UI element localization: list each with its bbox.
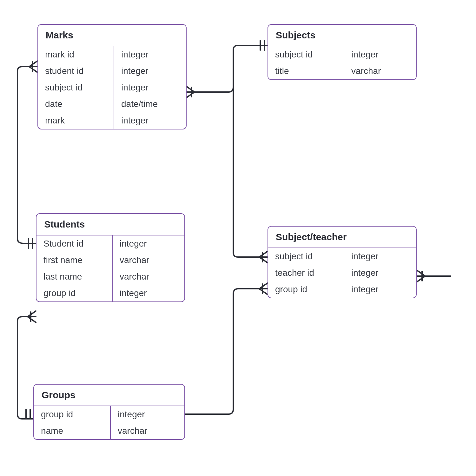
field-type: integer xyxy=(114,46,186,63)
entity-groups-body: group id name integer varchar xyxy=(34,406,184,439)
field-name: subject id xyxy=(268,46,344,63)
entity-subject-teacher-fields-names: subject id teacher id group id xyxy=(268,248,344,298)
field-type: varchar xyxy=(344,63,416,79)
field-name: name xyxy=(34,423,110,439)
entity-marks-fields-types: integer integer integer date/time intege… xyxy=(114,46,186,129)
field-name: Student id xyxy=(36,235,112,252)
entity-subject-teacher: Subject/teacher subject id teacher id gr… xyxy=(268,226,417,298)
entity-subjects-body: subject id title integer varchar xyxy=(268,46,416,79)
entity-students: Students Student id first name last name… xyxy=(36,213,185,302)
field-name: date xyxy=(38,96,114,112)
entity-marks: Marks mark id student id subject id date… xyxy=(37,24,187,129)
field-name: group id xyxy=(268,281,344,298)
entity-groups-fields-types: integer varchar xyxy=(111,406,184,439)
field-type: date/time xyxy=(114,96,186,112)
entity-subject-teacher-title: Subject/teacher xyxy=(268,227,416,248)
entity-groups-fields-names: group id name xyxy=(34,406,111,439)
entity-subjects-fields-names: subject id title xyxy=(268,46,344,79)
field-type: integer xyxy=(344,265,416,281)
field-type: integer xyxy=(111,406,184,423)
field-name: title xyxy=(268,63,344,79)
field-name: group id xyxy=(36,285,112,301)
field-type: integer xyxy=(114,63,186,79)
entity-marks-title: Marks xyxy=(38,25,186,46)
field-type: varchar xyxy=(111,423,184,439)
field-name: group id xyxy=(34,406,110,423)
field-type: integer xyxy=(113,235,184,252)
entity-groups: Groups group id name integer varchar xyxy=(33,384,185,440)
field-name: teacher id xyxy=(268,265,344,281)
field-type: integer xyxy=(344,281,416,298)
field-name: mark xyxy=(38,112,114,129)
entity-subject-teacher-body: subject id teacher id group id integer i… xyxy=(268,248,416,298)
entity-subjects-fields-types: integer varchar xyxy=(344,46,416,79)
entity-students-body: Student id first name last name group id… xyxy=(36,235,184,301)
field-type: integer xyxy=(344,248,416,265)
field-type: integer xyxy=(344,46,416,63)
field-name: subject id xyxy=(38,79,114,96)
field-type: integer xyxy=(114,112,186,129)
entity-students-fields-names: Student id first name last name group id xyxy=(36,235,113,301)
field-name: first name xyxy=(36,252,112,268)
entity-students-fields-types: integer varchar varchar integer xyxy=(113,235,184,301)
field-name: last name xyxy=(36,268,112,285)
field-type: integer xyxy=(113,285,184,301)
field-name: subject id xyxy=(268,248,344,265)
entity-subject-teacher-fields-types: integer integer integer xyxy=(344,248,416,298)
entity-marks-fields-names: mark id student id subject id date mark xyxy=(38,46,114,129)
field-name: mark id xyxy=(38,46,114,63)
entity-groups-title: Groups xyxy=(34,385,184,406)
field-type: varchar xyxy=(113,252,184,268)
entity-students-title: Students xyxy=(36,214,184,235)
field-type: varchar xyxy=(113,268,184,285)
entity-subjects: Subjects subject id title integer varcha… xyxy=(268,24,417,80)
entity-subjects-title: Subjects xyxy=(268,25,416,46)
field-name: student id xyxy=(38,63,114,79)
field-type: integer xyxy=(114,79,186,96)
entity-marks-body: mark id student id subject id date mark … xyxy=(38,46,186,129)
